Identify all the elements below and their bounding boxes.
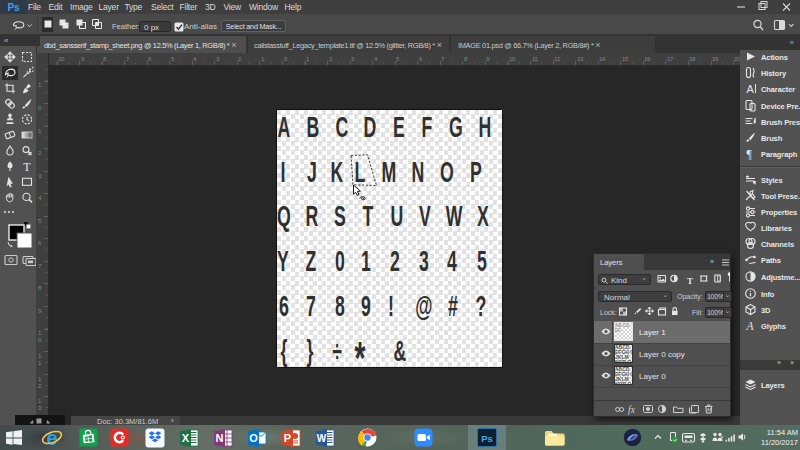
- svg-text:fx: fx: [628, 405, 636, 415]
- svg-text:O: O: [249, 432, 258, 444]
- svg-text:e: e: [46, 427, 57, 449]
- svg-text:A: A: [747, 83, 755, 95]
- svg-text:P: P: [284, 432, 291, 444]
- svg-text:X: X: [182, 432, 190, 444]
- svg-text:A: A: [746, 320, 755, 332]
- svg-text:Ps: Ps: [481, 433, 493, 444]
- svg-text:¶: ¶: [747, 148, 753, 160]
- svg-text:T: T: [23, 160, 31, 174]
- svg-text:N: N: [216, 432, 224, 444]
- svg-text:W: W: [317, 433, 327, 444]
